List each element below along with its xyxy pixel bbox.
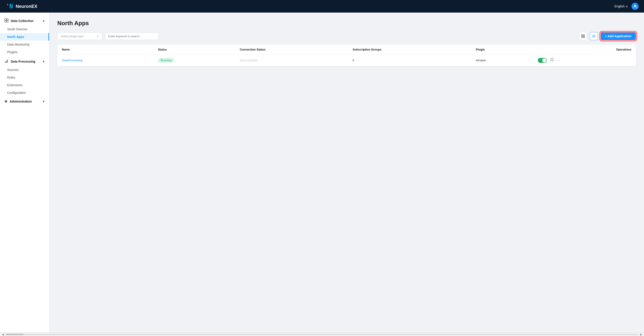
sidebar-section-data-processing: Data Processing ∧ Sources Rules Extensio… bbox=[0, 57, 49, 96]
grid-icon bbox=[581, 34, 585, 38]
configuration-label: Configuration bbox=[7, 91, 26, 94]
list-icon bbox=[592, 34, 596, 38]
list-view-button[interactable] bbox=[590, 32, 598, 40]
more-options-icon[interactable]: ··· bbox=[557, 58, 560, 63]
operations-cell: ··· bbox=[538, 58, 632, 63]
svg-rect-10 bbox=[582, 35, 583, 36]
plugins-label: Plugins bbox=[7, 50, 18, 54]
svg-rect-6 bbox=[5, 62, 5, 63]
svg-rect-3 bbox=[7, 19, 8, 20]
col-header-operations: Operations bbox=[533, 45, 636, 55]
toolbar: Select plugin type ∨ + Add Application bbox=[57, 32, 636, 40]
north-apps-table: Name Status Connection Status Subscripti… bbox=[57, 45, 636, 66]
col-header-name: Name bbox=[57, 45, 153, 55]
table-row: DataProcessing Running Disconnected 0 eK… bbox=[57, 55, 636, 66]
bookmark-icon[interactable] bbox=[550, 58, 554, 63]
scroll-track[interactable] bbox=[6, 334, 638, 335]
svg-rect-4 bbox=[5, 21, 6, 22]
scroll-left-arrow[interactable]: ◀ bbox=[1, 333, 5, 336]
search-input[interactable] bbox=[105, 33, 159, 40]
status-badge: Running bbox=[158, 58, 174, 63]
cell-operations: ··· bbox=[533, 55, 636, 66]
svg-text:'N: 'N bbox=[6, 3, 13, 10]
sidebar-item-data-monitoring[interactable]: Data Monitoring bbox=[0, 41, 49, 48]
sidebar-item-south-devices[interactable]: South Devices bbox=[0, 25, 49, 33]
sidebar-section-header-data-processing[interactable]: Data Processing ∧ bbox=[0, 57, 49, 66]
sidebar: Data Collection ∧ South Devices North Ap… bbox=[0, 13, 49, 332]
scroll-right-arrow[interactable]: ▶ bbox=[639, 333, 643, 336]
cell-status: Running bbox=[153, 55, 235, 66]
svg-rect-9 bbox=[8, 60, 8, 63]
plugin-type-placeholder: Select plugin type bbox=[61, 35, 84, 38]
data-collection-label: Data Collection bbox=[11, 19, 34, 23]
logo-icon: 'N bbox=[6, 2, 14, 10]
user-avatar[interactable] bbox=[632, 3, 638, 10]
topbar-right: English ∨ bbox=[614, 3, 638, 10]
administration-label: Administration bbox=[10, 100, 32, 103]
sidebar-item-configuration[interactable]: Configuration bbox=[0, 89, 49, 96]
svg-rect-7 bbox=[6, 61, 6, 63]
svg-rect-13 bbox=[583, 36, 584, 38]
data-monitoring-label: Data Monitoring bbox=[7, 43, 29, 46]
language-label: English bbox=[614, 5, 625, 8]
sidebar-item-plugins[interactable]: Plugins bbox=[0, 48, 49, 56]
logo: 'N NeuronEX bbox=[6, 2, 38, 10]
data-processing-chevron: ∧ bbox=[42, 60, 44, 63]
sources-label: Sources bbox=[7, 68, 18, 72]
cell-plugin: eKuiper bbox=[472, 55, 533, 66]
table-header-row: Name Status Connection Status Subscripti… bbox=[57, 45, 636, 55]
sidebar-item-north-apps[interactable]: North Apps bbox=[0, 33, 49, 41]
language-selector[interactable]: English ∨ bbox=[614, 5, 628, 8]
administration-icon: ⚙ bbox=[4, 100, 8, 103]
data-processing-label: Data Processing bbox=[11, 60, 36, 63]
add-application-button[interactable]: + Add Application bbox=[600, 32, 636, 40]
col-header-subscription-groups: Subscription Groups bbox=[348, 45, 471, 55]
plugin-select-chevron-icon: ∨ bbox=[96, 35, 99, 38]
col-header-connection-status: Connection Status bbox=[235, 45, 348, 55]
plugin-type-select[interactable]: Select plugin type ∨ bbox=[57, 33, 102, 40]
horizontal-scrollbar[interactable]: ◀ ▶ bbox=[0, 332, 644, 336]
data-processing-icon bbox=[4, 59, 8, 64]
grid-view-button[interactable] bbox=[579, 32, 587, 40]
cell-name[interactable]: DataProcessing bbox=[57, 55, 153, 66]
enable-toggle[interactable] bbox=[538, 58, 547, 63]
extensions-label: Extensions bbox=[7, 83, 22, 87]
svg-rect-5 bbox=[7, 21, 8, 22]
svg-rect-11 bbox=[583, 35, 584, 36]
sidebar-section-administration: ⚙ Administration ∨ bbox=[0, 97, 49, 105]
logo-text: NeuronEX bbox=[16, 4, 38, 9]
sidebar-section-header-administration[interactable]: ⚙ Administration ∨ bbox=[0, 97, 49, 105]
sidebar-section-header-data-collection[interactable]: Data Collection ∧ bbox=[0, 16, 49, 25]
col-header-plugin: Plugin bbox=[472, 45, 533, 55]
data-collection-chevron: ∧ bbox=[42, 19, 44, 23]
svg-rect-12 bbox=[582, 36, 583, 38]
topbar: 'N NeuronEX English ∨ bbox=[0, 0, 644, 13]
sidebar-item-extensions[interactable]: Extensions bbox=[0, 81, 49, 89]
administration-chevron: ∨ bbox=[42, 100, 44, 103]
main-layout: Data Collection ∧ South Devices North Ap… bbox=[0, 13, 644, 332]
page-title: North Apps bbox=[57, 20, 636, 27]
sidebar-item-sources[interactable]: Sources bbox=[0, 66, 49, 74]
svg-rect-8 bbox=[6, 60, 7, 63]
scroll-thumb[interactable] bbox=[6, 334, 24, 335]
south-devices-label: South Devices bbox=[7, 27, 27, 31]
content-area: North Apps Select plugin type ∨ + Add Ap… bbox=[49, 13, 644, 332]
data-collection-icon bbox=[4, 19, 8, 23]
col-header-status: Status bbox=[153, 45, 235, 55]
cell-connection-status: Disconnected bbox=[235, 55, 348, 66]
chevron-down-icon: ∨ bbox=[626, 5, 628, 8]
sidebar-section-data-collection: Data Collection ∧ South Devices North Ap… bbox=[0, 16, 49, 56]
sidebar-item-rules[interactable]: Rules bbox=[0, 74, 49, 81]
rules-label: Rules bbox=[7, 76, 15, 79]
cell-subscription-groups: 0 bbox=[348, 55, 471, 66]
north-apps-label: North Apps bbox=[7, 35, 24, 39]
svg-rect-2 bbox=[5, 19, 6, 20]
